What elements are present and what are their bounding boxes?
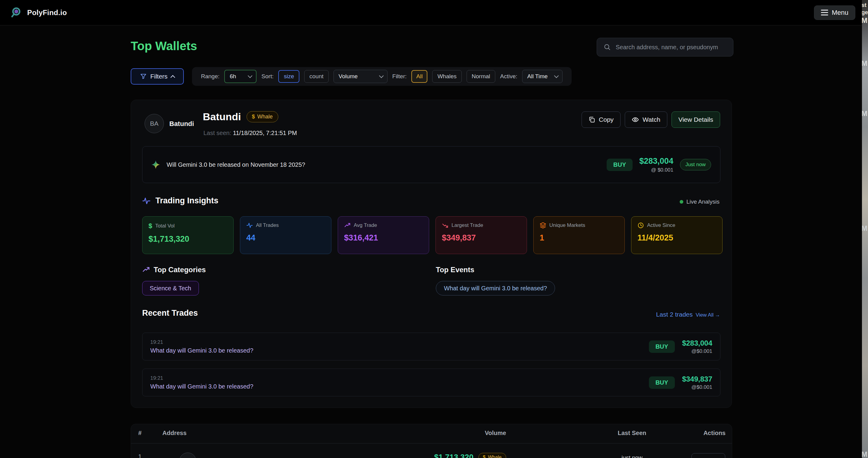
stat-card-all-trades: All Trades 44 (240, 216, 331, 254)
magnifier-logo-icon (10, 6, 24, 19)
live-analysis-label: Live Analysis (686, 199, 719, 205)
wallet-card: BA Batundi Batundi $ Whale Last seen: 11… (131, 100, 732, 408)
alert-amount: $283,004 (639, 156, 673, 166)
trade-question: What day will Gemini 3.0 be released? (150, 383, 253, 390)
category-pill-science-tech[interactable]: Science & Tech (142, 281, 199, 295)
watch-button[interactable]: Watch (625, 112, 667, 128)
table-row[interactable]: 1 $1,713,320 $ Whale just now (131, 443, 732, 458)
wallet-avatar-label: Batundi (169, 120, 194, 128)
row-last-seen: just now (602, 454, 662, 458)
search-input[interactable] (616, 44, 726, 51)
alert-time-badge: Just now (680, 159, 711, 170)
stat-label: All Trades (256, 222, 279, 228)
sort-metric-select[interactable]: Volume (334, 70, 388, 83)
clipped-text-fragment: M (862, 59, 867, 68)
event-pill-gemini[interactable]: What day will Gemini 3.0 be released? (436, 281, 555, 295)
clipped-text-fragment: M (862, 450, 867, 458)
trade-time: 19:21 (150, 375, 253, 381)
stat-value: 44 (246, 233, 325, 242)
stat-value: 1 (539, 233, 618, 242)
chevron-down-icon (248, 73, 253, 78)
trade-amount: $349,837 (682, 375, 712, 383)
active-select-value: All Time (527, 73, 548, 80)
stat-card-unique-markets: Unique Markets 1 (533, 216, 625, 254)
table-header-row: # Address Volume Last Seen Actions (131, 424, 732, 443)
whale-badge: $ Whale (247, 111, 278, 122)
last-seen-label: Last seen: (204, 130, 231, 136)
trade-price: @$0.001 (691, 384, 712, 390)
brand-link[interactable]: PolyFind.io (10, 6, 67, 19)
trades-count-label: Last 2 trades (656, 311, 693, 318)
trend-down-icon (442, 222, 448, 229)
live-analysis: Live Analysis (680, 199, 719, 205)
stat-label: Total Vol (155, 223, 175, 229)
active-select[interactable]: All Time (522, 70, 563, 83)
trend-up-icon (142, 266, 150, 274)
filters-button-label: Filters (150, 73, 167, 80)
insights-title: Trading Insights (155, 196, 218, 205)
stat-card-largest-trade: Largest Trade $349,837 (435, 216, 527, 254)
header-rank: # (138, 430, 142, 436)
menu-button[interactable]: Menu (814, 5, 855, 20)
stat-value: 11/4/2025 (638, 233, 716, 242)
app-window: PolyFind.io Menu Top Wallets Filters Ran… (0, 0, 868, 458)
trend-up-icon (344, 222, 351, 229)
brand-name: PolyFind.io (27, 8, 67, 17)
clipped-text-fragment: M (862, 109, 867, 118)
row-action-button[interactable] (691, 453, 725, 458)
dollar-icon: $ (149, 222, 152, 230)
stat-label: Avg Trade (354, 222, 377, 228)
buy-side-badge: BUY (607, 159, 632, 171)
chevron-down-icon (554, 73, 559, 78)
wallet-avatar: BA (145, 114, 164, 133)
sort-label: Sort: (261, 73, 273, 80)
wallet-name: Batundi (203, 111, 241, 123)
filters-panel: Range: 6h Sort: size count Volume Filter… (192, 67, 571, 86)
sort-count-button[interactable]: count (304, 70, 329, 83)
view-all-link[interactable]: View All → (696, 312, 720, 318)
background-window-sliver: st ge M M M M M (862, 0, 868, 458)
buy-side-badge: BUY (649, 341, 675, 353)
clock-icon (638, 222, 644, 229)
trade-row[interactable]: 19:21 What day will Gemini 3.0 be releas… (142, 369, 720, 396)
menu-button-label: Menu (832, 9, 848, 17)
buy-side-badge: BUY (649, 376, 675, 389)
layers-icon (539, 222, 546, 229)
view-details-button[interactable]: View Details (672, 112, 720, 128)
alert-price: @ $0.001 (651, 167, 673, 173)
filter-label: Filter: (392, 73, 407, 80)
view-details-button-label: View Details (679, 116, 713, 123)
stat-card-total-vol: $ Total Vol $1,713,320 (142, 216, 234, 254)
filter-all-button[interactable]: All (411, 70, 427, 83)
sort-metric-value: Volume (339, 73, 358, 80)
clipped-text-fragment: M (862, 16, 867, 25)
stat-value: $1,713,320 (149, 234, 227, 244)
range-label: Range: (201, 73, 219, 80)
whale-badge: $ Whale (478, 453, 506, 458)
clipped-text-fragment: ge (862, 9, 868, 16)
header-last-seen: Last Seen (602, 430, 662, 436)
trade-time: 19:21 (150, 339, 253, 345)
filter-normal-button[interactable]: Normal (467, 70, 495, 83)
alert-question: Will Gemini 3.0 be released on November … (166, 161, 305, 168)
recent-trades-title: Recent Trades (142, 309, 198, 318)
filters-toggle-button[interactable]: Filters (131, 68, 184, 85)
copy-button[interactable]: Copy (582, 112, 621, 128)
stat-value: $316,421 (344, 233, 423, 242)
copy-button-label: Copy (599, 116, 614, 123)
trade-row[interactable]: 19:21 What day will Gemini 3.0 be releas… (142, 333, 720, 361)
range-select[interactable]: 6h (224, 70, 256, 83)
trade-price: @$0.001 (691, 348, 712, 354)
row-rank: 1 (138, 453, 142, 458)
sort-size-button[interactable]: size (278, 70, 300, 83)
top-events-title: Top Events (436, 265, 474, 274)
hamburger-icon (821, 10, 828, 16)
stat-label: Unique Markets (549, 222, 585, 228)
row-volume: $1,713,320 (434, 453, 473, 458)
activity-icon (142, 197, 151, 205)
funnel-icon (140, 73, 147, 80)
whale-badge-label: Whale (257, 114, 273, 120)
dollar-icon: $ (252, 114, 255, 120)
clipped-text-fragment: st (862, 2, 867, 8)
filter-whales-button[interactable]: Whales (432, 70, 462, 83)
